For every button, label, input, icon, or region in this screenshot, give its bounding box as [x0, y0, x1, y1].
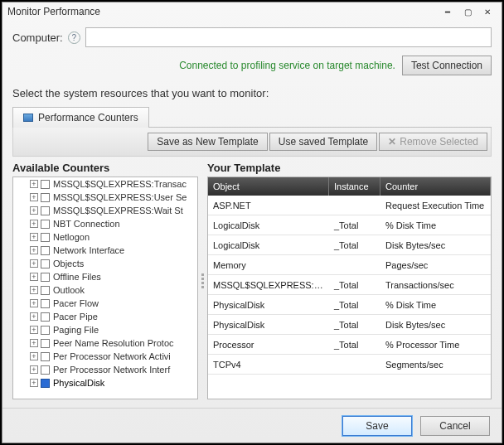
expand-icon[interactable]: + [30, 326, 38, 334]
table-row[interactable]: MemoryPages/sec [208, 255, 491, 275]
table-row[interactable]: ASP.NETRequest Execution Time [208, 196, 491, 215]
cell-object: ASP.NET [208, 201, 329, 210]
cancel-button[interactable]: Cancel [420, 416, 490, 436]
counter-checkbox[interactable] [41, 246, 50, 255]
cell-object: Processor [208, 340, 329, 350]
expand-icon[interactable]: + [30, 259, 38, 268]
cell-object: LogicalDisk [208, 220, 329, 230]
header-counter[interactable]: Counter [380, 177, 491, 196]
tab-label: Performance Counters [38, 112, 138, 123]
expand-icon[interactable]: + [30, 312, 38, 321]
computer-label: Computer: [12, 31, 63, 44]
counter-tree-item[interactable]: +Peer Name Resolution Protoc [13, 336, 197, 350]
cell-instance: _Total [329, 220, 380, 230]
counter-checkbox[interactable] [41, 206, 50, 215]
expand-icon[interactable]: + [30, 180, 38, 188]
counter-label: Network Interface [53, 245, 124, 255]
expand-icon[interactable]: + [30, 193, 38, 201]
header-instance[interactable]: Instance [329, 177, 380, 196]
counter-checkbox[interactable] [41, 193, 50, 202]
counter-tree-item[interactable]: +NBT Connection [13, 217, 197, 230]
counter-label: Objects [53, 259, 84, 268]
expand-icon[interactable]: + [30, 365, 38, 374]
grid-body[interactable]: ASP.NETRequest Execution TimeLogicalDisk… [208, 196, 491, 399]
counter-tree-item[interactable]: +Pacer Pipe [13, 310, 197, 323]
counter-checkbox[interactable] [41, 286, 50, 295]
x-icon: ✕ [388, 136, 396, 148]
cell-object: Memory [208, 260, 329, 270]
resources-prompt: Select the system resources that you wan… [12, 87, 492, 99]
counter-checkbox[interactable] [41, 326, 50, 335]
counter-tree-item[interactable]: +Netlogon [13, 230, 197, 244]
counter-checkbox[interactable] [41, 365, 50, 375]
counter-checkbox[interactable] [41, 352, 50, 361]
counter-tree-item[interactable]: +Outlook [13, 283, 197, 297]
window-title: Monitor Performance [7, 6, 100, 17]
counter-tree-item[interactable]: +Per Processor Network Interf [13, 363, 197, 376]
available-counters-tree[interactable]: +MSSQL$SQLEXPRESS:Transac+MSSQL$SQLEXPRE… [12, 177, 198, 399]
splitter-handle[interactable] [200, 162, 206, 399]
expand-icon[interactable]: + [30, 339, 38, 347]
counter-checkbox[interactable] [41, 259, 50, 268]
expand-icon[interactable]: + [30, 299, 38, 307]
save-as-new-template-button[interactable]: Save as New Template [148, 133, 268, 151]
remove-selected-button[interactable]: ✕Remove Selected [379, 133, 487, 151]
expand-icon[interactable]: + [30, 220, 38, 228]
counter-tree-item[interactable]: +Pacer Flow [13, 297, 197, 310]
expand-icon[interactable]: + [30, 379, 38, 387]
counter-checkbox[interactable] [41, 299, 50, 308]
counter-label: Per Processor Network Interf [53, 365, 170, 375]
counter-checkbox[interactable] [41, 233, 50, 242]
cell-instance: _Total [329, 320, 380, 330]
expand-icon[interactable]: + [30, 352, 38, 360]
cell-counter: Disk Bytes/sec [380, 240, 491, 250]
your-template-header: Your Template [207, 162, 492, 174]
counter-tree-item[interactable]: +MSSQL$SQLEXPRESS:User Se [13, 191, 197, 204]
close-button[interactable]: ✕ [478, 5, 497, 18]
header-object[interactable]: Object [208, 177, 329, 196]
counter-tree-item[interactable]: +Paging File [13, 323, 197, 336]
table-row[interactable]: PhysicalDisk_TotalDisk Bytes/sec [208, 315, 491, 335]
minimize-button[interactable]: ━ [439, 5, 457, 18]
counter-tree-item[interactable]: +Network Interface [13, 244, 197, 257]
expand-icon[interactable]: + [30, 286, 38, 294]
counter-checkbox[interactable] [41, 339, 50, 348]
cell-counter: % Disk Time [380, 220, 491, 230]
test-connection-button[interactable]: Test Connection [402, 56, 492, 75]
counter-checkbox[interactable] [41, 379, 50, 388]
cell-object: LogicalDisk [208, 240, 329, 250]
save-button[interactable]: Save [342, 416, 412, 436]
maximize-button[interactable]: ▢ [458, 5, 477, 18]
counter-checkbox[interactable] [41, 180, 50, 189]
help-icon[interactable]: ? [68, 31, 80, 44]
counter-checkbox[interactable] [41, 220, 50, 229]
table-row[interactable]: LogicalDisk_TotalDisk Bytes/sec [208, 235, 491, 255]
counter-tree-item[interactable]: +MSSQL$SQLEXPRESS:Transac [13, 177, 197, 191]
expand-icon[interactable]: + [30, 233, 38, 241]
table-row[interactable]: PhysicalDisk_Total% Disk Time [208, 295, 491, 315]
table-row[interactable]: Processor_Total% Processor Time [208, 335, 491, 355]
counter-tree-item[interactable]: +Per Processor Network Activi [13, 350, 197, 363]
counter-checkbox[interactable] [41, 273, 50, 282]
computer-input[interactable] [85, 27, 492, 47]
expand-icon[interactable]: + [30, 273, 38, 281]
counter-label: Per Processor Network Activi [53, 351, 171, 361]
tab-performance-counters[interactable]: Performance Counters [12, 107, 149, 128]
counter-checkbox[interactable] [41, 312, 50, 322]
counter-tree-item[interactable]: +PhysicalDisk [13, 376, 197, 389]
use-saved-template-button[interactable]: Use saved Template [269, 133, 378, 151]
cell-object: MSSQL$SQLEXPRESS:Dat [208, 280, 329, 290]
counter-tree-item[interactable]: +MSSQL$SQLEXPRESS:Wait St [13, 204, 197, 217]
grid-header: Object Instance Counter [208, 177, 491, 196]
table-row[interactable]: TCPv4Segments/sec [208, 355, 491, 375]
expand-icon[interactable]: + [30, 206, 38, 215]
cell-instance: _Total [329, 240, 380, 250]
counter-tree-item[interactable]: +Offline Files [13, 270, 197, 283]
table-row[interactable]: LogicalDisk_Total% Disk Time [208, 215, 491, 235]
counter-label: Outlook [53, 285, 85, 295]
available-counters-header: Available Counters [12, 162, 198, 174]
table-row[interactable]: MSSQL$SQLEXPRESS:Dat_TotalTransactions/s… [208, 275, 491, 295]
performance-icon [23, 114, 33, 122]
counter-tree-item[interactable]: +Objects [13, 257, 197, 270]
expand-icon[interactable]: + [30, 246, 38, 254]
